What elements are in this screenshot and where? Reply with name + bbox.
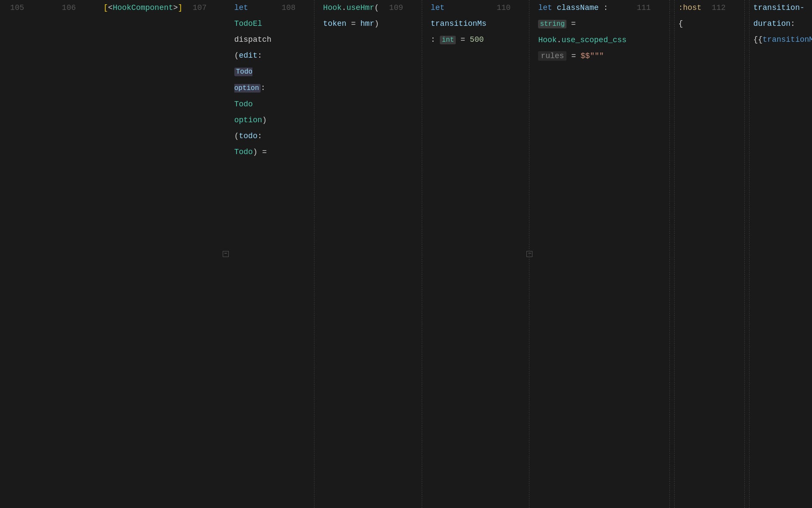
gutter xyxy=(86,0,103,508)
line-number: 112 xyxy=(702,0,736,508)
code-line-112: transition-duration: {{transitionMs}}ms; xyxy=(753,0,812,508)
gutter-112 xyxy=(736,0,753,508)
line-number: 107 xyxy=(183,0,217,508)
line-number: 105 xyxy=(0,0,34,508)
gutter xyxy=(34,0,52,508)
code-line-110: let className : string = Hook.use_scoped… xyxy=(538,0,626,508)
gutter-107[interactable]: − xyxy=(217,0,234,508)
line-number: 109 xyxy=(379,0,414,508)
code-line-109: let transitionMs : int = 500 xyxy=(431,0,487,508)
gutter-109 xyxy=(414,0,431,508)
code-line-106: [<HookComponent>] xyxy=(103,0,183,508)
line-number: 110 xyxy=(486,0,521,508)
line-number: 111 xyxy=(627,0,661,508)
fold-icon-107[interactable]: − xyxy=(223,251,229,257)
code-line-107: let TodoEl dispatch (edit: Todo option: … xyxy=(234,0,271,508)
gutter-111 xyxy=(661,0,678,508)
code-line-108: Hook.useHmr( token = hmr) xyxy=(323,0,379,508)
gutter-108 xyxy=(306,0,323,508)
code-editor: 105 106 [<HookComponent>] 107 − let Todo… xyxy=(0,0,812,508)
line-number: 106 xyxy=(52,0,86,508)
fold-icon-110[interactable]: − xyxy=(526,251,532,257)
line-number: 108 xyxy=(271,0,306,508)
gutter-110[interactable]: − xyxy=(521,0,538,508)
code-line-111: :host { xyxy=(678,0,702,508)
